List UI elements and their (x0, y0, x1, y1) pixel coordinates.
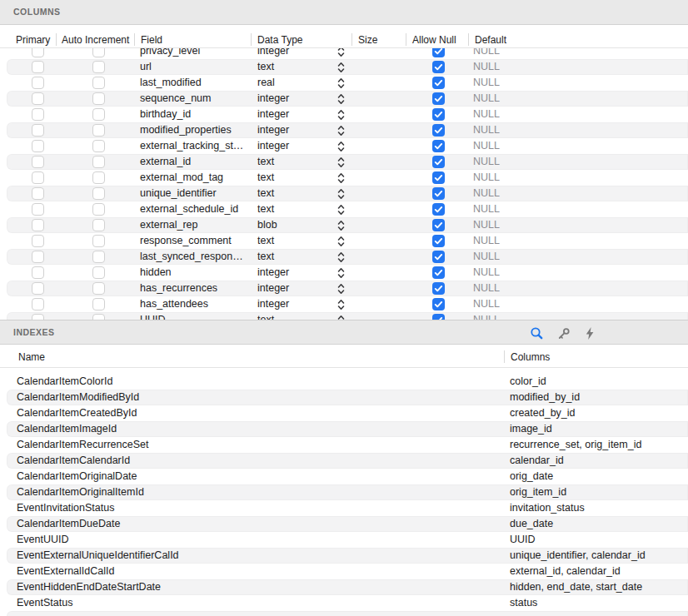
column-row[interactable]: response_commenttextNULL (0, 233, 688, 249)
key-icon[interactable] (557, 327, 571, 340)
index-name-cell[interactable]: EventUUID (17, 532, 69, 548)
default-value-cell[interactable]: NULL (473, 312, 500, 320)
data-type-stepper-icon[interactable] (337, 125, 345, 137)
index-name-cell[interactable]: CalendarItemDueDate (17, 516, 120, 532)
index-row[interactable]: CalendarItemModifiedByIdmodified_by_id (0, 390, 688, 405)
primary-checkbox[interactable] (32, 124, 44, 137)
auto-increment-checkbox[interactable] (92, 61, 105, 73)
primary-checkbox[interactable] (32, 92, 44, 105)
column-row[interactable]: external_mod_tagtextNULL (0, 170, 688, 186)
data-type-cell[interactable]: integer (257, 296, 289, 312)
auto-increment-checkbox[interactable] (92, 171, 105, 184)
column-row[interactable]: external_repblobNULL (0, 217, 688, 233)
field-name-cell[interactable]: external_rep (140, 217, 198, 233)
column-row[interactable]: last_modifiedrealNULL (0, 75, 688, 91)
data-type-cell[interactable]: text (257, 201, 274, 217)
data-type-stepper-icon[interactable] (337, 251, 345, 263)
allow-null-checkbox[interactable] (432, 266, 445, 279)
auto-increment-checkbox[interactable] (92, 77, 105, 89)
index-row[interactable]: CalendarItemImageIdimage_id (0, 421, 688, 437)
default-value-cell[interactable]: NULL (473, 154, 500, 170)
index-columns-cell[interactable]: created_by_id (510, 405, 576, 421)
auto-increment-checkbox[interactable] (92, 235, 105, 247)
auto-increment-checkbox[interactable] (92, 48, 105, 57)
default-value-cell[interactable]: NULL (473, 186, 500, 201)
index-name-cell[interactable]: CalendarItemCreatedById (17, 405, 137, 421)
data-type-cell[interactable]: text (257, 249, 274, 265)
lightning-icon[interactable] (584, 326, 596, 340)
field-name-cell[interactable]: privacy_level (140, 48, 200, 59)
default-value-cell[interactable]: NULL (473, 233, 500, 249)
index-row[interactable]: EventExternalUniqueIdentifierCalIdunique… (0, 548, 688, 564)
auto-increment-checkbox[interactable] (92, 92, 105, 105)
allow-null-checkbox[interactable] (432, 187, 445, 200)
data-type-cell[interactable]: integer (257, 265, 289, 281)
primary-checkbox[interactable] (32, 251, 44, 263)
default-value-cell[interactable]: NULL (473, 281, 500, 296)
column-row[interactable]: external_tracking_st…integerNULL (0, 138, 688, 154)
allow-null-checkbox[interactable] (432, 219, 445, 231)
data-type-stepper-icon[interactable] (337, 93, 345, 105)
field-name-cell[interactable]: birthday_id (140, 107, 191, 122)
auto-increment-checkbox[interactable] (92, 156, 105, 168)
auto-increment-checkbox[interactable] (92, 108, 105, 121)
column-row[interactable]: external_idtextNULL (0, 154, 688, 170)
auto-increment-checkbox[interactable] (92, 298, 105, 310)
default-value-cell[interactable]: NULL (473, 170, 500, 186)
index-columns-cell[interactable]: unique_identifier, calendar_id (510, 548, 646, 564)
index-row[interactable]: EventHiddenEndDateStartDatehidden, end_d… (0, 579, 688, 595)
index-row[interactable]: CalendarItemCalendarIdcalendar_id (0, 453, 688, 469)
data-type-stepper-icon[interactable] (337, 267, 345, 279)
index-columns-cell[interactable]: modified_by_id (510, 390, 580, 405)
primary-checkbox[interactable] (32, 77, 44, 89)
index-row[interactable]: EventStatusstatus (0, 595, 688, 611)
default-value-cell[interactable]: NULL (473, 201, 500, 217)
index-row[interactable]: EventUUIDUUID (0, 532, 688, 548)
index-name-cell[interactable]: CalendarItemColorId (17, 374, 112, 390)
data-type-cell[interactable]: text (257, 170, 274, 186)
data-type-cell[interactable]: integer (257, 281, 289, 296)
index-row[interactable]: CalendarItemCreatedByIdcreated_by_id (0, 405, 688, 421)
default-value-cell[interactable]: NULL (473, 59, 500, 75)
auto-increment-checkbox[interactable] (92, 251, 105, 263)
data-type-cell[interactable]: integer (257, 122, 289, 138)
data-type-stepper-icon[interactable] (337, 299, 345, 310)
index-name-cell[interactable]: CalendarItemImageId (17, 421, 117, 437)
data-type-cell[interactable]: text (257, 312, 274, 320)
data-type-cell[interactable]: text (257, 233, 274, 249)
default-value-cell[interactable]: NULL (473, 138, 500, 154)
default-value-cell[interactable]: NULL (473, 296, 500, 312)
allow-null-checkbox[interactable] (432, 171, 445, 184)
index-name-cell[interactable]: EventExternalIdCalId (17, 564, 114, 579)
column-row[interactable]: privacy_levelintegerNULL (0, 48, 688, 59)
field-name-cell[interactable]: external_schedule_id (140, 201, 238, 217)
data-type-cell[interactable]: integer (257, 48, 289, 59)
auto-increment-checkbox[interactable] (92, 187, 105, 200)
auto-increment-checkbox[interactable] (92, 219, 105, 231)
primary-checkbox[interactable] (32, 108, 44, 121)
field-name-cell[interactable]: external_id (140, 154, 191, 170)
index-name-cell[interactable]: CalendarItemCalendarId (17, 453, 130, 469)
column-row[interactable]: last_synced_respon…textNULL (0, 249, 688, 265)
allow-null-checkbox[interactable] (432, 156, 445, 168)
column-row[interactable]: sequence_numintegerNULL (0, 91, 688, 107)
allow-null-checkbox[interactable] (432, 203, 445, 216)
field-name-cell[interactable]: sequence_num (140, 91, 211, 107)
index-columns-cell[interactable]: color_id (510, 374, 546, 390)
column-row[interactable]: has_attendeesintegerNULL (0, 296, 688, 312)
data-type-stepper-icon[interactable] (337, 109, 345, 121)
index-columns-cell[interactable]: UUID (510, 532, 536, 548)
data-type-cell[interactable]: real (257, 75, 275, 91)
field-name-cell[interactable]: modified_properties (140, 122, 232, 138)
auto-increment-checkbox[interactable] (92, 314, 105, 320)
primary-checkbox[interactable] (32, 266, 44, 279)
index-name-cell[interactable]: CalendarItemRecurrenceSet (17, 437, 148, 453)
index-columns-cell[interactable]: due_date (510, 516, 553, 532)
data-type-cell[interactable]: blob (257, 217, 277, 233)
data-type-stepper-icon[interactable] (337, 236, 345, 247)
default-value-cell[interactable]: NULL (473, 75, 500, 91)
column-row[interactable]: urltextNULL (0, 59, 688, 75)
data-type-stepper-icon[interactable] (337, 48, 345, 57)
index-columns-cell[interactable]: hidden, end_date, start_date (510, 579, 642, 595)
field-name-cell[interactable]: unique_identifier (140, 186, 217, 201)
